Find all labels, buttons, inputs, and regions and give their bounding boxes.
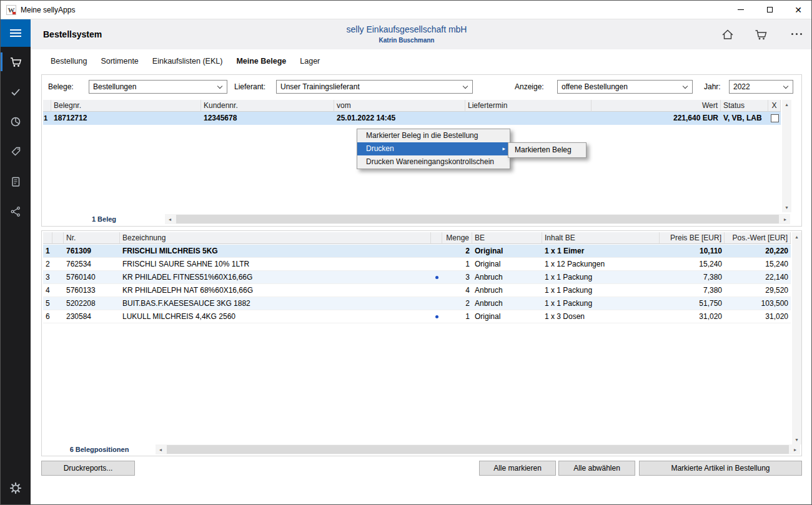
header-nr[interactable]: Nr. xyxy=(64,232,120,244)
header-x[interactable]: X xyxy=(768,100,781,112)
scroll-down-icon[interactable]: ▾ xyxy=(782,203,791,212)
position-row[interactable]: 4 5760133 KR PHILADELPH NAT 68%60X16,66G… xyxy=(43,284,791,297)
header-kundennr[interactable]: Kundennr. xyxy=(201,100,334,112)
scroll-up-icon[interactable]: ▴ xyxy=(782,100,791,109)
scrollbar-thumb[interactable] xyxy=(167,445,789,454)
positions-horizontal-scrollbar[interactable]: ◂ ▸ xyxy=(156,444,800,454)
tab-meine-belege[interactable]: Meine Belege xyxy=(229,49,293,73)
row-checkbox[interactable] xyxy=(771,114,779,122)
position-row[interactable]: 2 762534 FRISCHLI SAURE SAHNE 10% 1LTR 1… xyxy=(43,258,791,271)
druckreports-button[interactable]: Druckreports... xyxy=(41,461,135,476)
cell-inhalt: 1 x 1 Packung xyxy=(542,271,660,283)
menu-item-drucken[interactable]: Drucken ▸ xyxy=(357,142,510,155)
maximize-button[interactable] xyxy=(755,1,784,19)
cell-preis: 7,380 xyxy=(660,271,725,283)
header-liefertermin[interactable]: Liefertermin xyxy=(465,100,592,112)
header-status[interactable]: Status xyxy=(721,100,768,112)
cell-be: Anbruch xyxy=(472,297,542,310)
sidebar-item-bestellsystem[interactable] xyxy=(1,47,31,77)
documents-horizontal-scrollbar[interactable]: ◂ ▸ xyxy=(165,214,790,224)
lieferant-select-value: Unser Trainingslieferant xyxy=(280,82,360,91)
belege-select[interactable]: Bestellungen xyxy=(89,80,227,94)
position-row[interactable]: 1 761309 FRISCHLI MILCHREIS 5KG 2 Origin… xyxy=(43,245,791,258)
scroll-up-icon[interactable]: ▴ xyxy=(792,232,801,242)
position-row[interactable]: 3 5760140 KR PHILADEL FITNES51%60X16,66G… xyxy=(43,271,791,284)
header-poswert[interactable]: Pos.-Wert [EUR] xyxy=(725,232,791,244)
submenu-item-markierten-beleg[interactable]: Markierten Beleg xyxy=(508,143,586,157)
header-cart-icon[interactable] xyxy=(754,28,768,41)
cell-nr: 230584 xyxy=(64,310,120,323)
pie-chart-icon xyxy=(9,115,22,128)
cell-be: Original xyxy=(472,258,542,270)
sidebar-item-catalog[interactable] xyxy=(1,167,31,197)
cell-liefertermin xyxy=(465,112,592,125)
more-icon[interactable] xyxy=(791,33,802,35)
header-vom[interactable]: vom xyxy=(334,100,465,112)
menu-item-markierter-beleg[interactable]: Markierter Beleg in die Bestellung xyxy=(357,129,510,142)
header-wert[interactable]: Wert xyxy=(592,100,721,112)
scroll-left-icon[interactable]: ◂ xyxy=(156,444,166,454)
documents-vertical-scrollbar[interactable]: ▴ ▾ xyxy=(782,100,791,212)
alle-abwaehlen-button[interactable]: Alle abwählen xyxy=(558,461,635,476)
cell-preis: 51,750 xyxy=(660,297,725,310)
markierte-artikel-button[interactable]: Markierte Artikel in Bestellung xyxy=(639,461,802,476)
header-preis[interactable]: Preis BE [EUR] xyxy=(660,232,725,244)
menu-item-drucken-wareneingang[interactable]: Drucken Wareneingangskontrollschein xyxy=(357,155,510,169)
document-row[interactable]: 1 18712712 12345678 25.01.2022 14:45 221… xyxy=(43,112,781,125)
cell-marker xyxy=(431,297,442,310)
cell-marker xyxy=(431,258,442,270)
cell-preis: 7,380 xyxy=(660,284,725,297)
header-menge[interactable]: Menge xyxy=(442,232,472,244)
positions-vertical-scrollbar[interactable]: ▴ ▾ xyxy=(792,232,801,444)
cell-wert: 221,640 EUR xyxy=(592,112,721,125)
settings-button[interactable] xyxy=(1,476,31,501)
sidebar-item-statistics[interactable] xyxy=(1,107,31,137)
cell-poswert: 29,520 xyxy=(725,284,791,297)
cell-inhalt: 1 x 1 Packung xyxy=(542,297,660,310)
close-button[interactable]: ✕ xyxy=(784,1,812,19)
minimize-button[interactable] xyxy=(726,1,755,19)
position-row[interactable]: 5 5202208 BUIT.BAS.F.KAESESAUCE 3KG 1882… xyxy=(43,297,791,310)
sidebar-item-prices[interactable] xyxy=(1,137,31,167)
tab-einkaufslisten[interactable]: Einkaufslisten (EKL) xyxy=(146,49,230,73)
lieferant-select[interactable]: Unser Trainingslieferant xyxy=(276,80,473,94)
position-row[interactable]: 6 230584 LUKULL MILCHREIS 4,4KG 2560 1 O… xyxy=(43,310,791,323)
cell-menge: 1 xyxy=(442,310,472,323)
scrollbar-thumb[interactable] xyxy=(176,215,779,223)
chevron-down-icon xyxy=(463,84,468,89)
tab-lager[interactable]: Lager xyxy=(293,49,327,73)
chevron-down-icon xyxy=(217,84,222,89)
cell-poswert: 22,140 xyxy=(725,271,791,283)
cell-menge: 1 xyxy=(442,258,472,270)
cell-marker xyxy=(431,245,442,257)
sidebar-item-tasks[interactable] xyxy=(1,77,31,107)
hamburger-menu-button[interactable] xyxy=(1,19,31,47)
cell-inhalt: 1 x 1 Packung xyxy=(542,284,660,297)
anzeige-select[interactable]: offene Bestellungen xyxy=(557,80,693,94)
alle-markieren-button[interactable]: Alle markieren xyxy=(479,461,556,476)
scroll-right-icon[interactable]: ▸ xyxy=(780,214,790,224)
tab-bestellung[interactable]: Bestellung xyxy=(44,49,94,73)
tab-bar: Bestellung Sortimente Einkaufslisten (EK… xyxy=(31,49,812,73)
scroll-left-icon[interactable]: ◂ xyxy=(165,214,175,224)
header-be[interactable]: BE xyxy=(472,232,542,244)
cell-poswert: 15,240 xyxy=(725,258,791,270)
sidebar-item-share[interactable] xyxy=(1,197,31,227)
header-inhalt[interactable]: Inhalt BE xyxy=(542,232,660,244)
lieferant-label: Lieferant: xyxy=(234,80,265,94)
home-icon[interactable] xyxy=(721,28,735,41)
scroll-right-icon[interactable]: ▸ xyxy=(790,444,800,454)
context-menu: Markierter Beleg in die Bestellung Druck… xyxy=(357,129,510,169)
header-belegnr[interactable]: Belegnr. xyxy=(51,100,201,112)
cell-inhalt: 1 x 1 Eimer xyxy=(542,245,660,257)
cell-inhalt: 1 x 12 Packungen xyxy=(542,258,660,270)
scroll-down-icon[interactable]: ▾ xyxy=(792,435,801,444)
positions-table-header: Nr. Bezeichnung Menge BE Inhalt BE Preis… xyxy=(43,232,791,244)
jahr-select[interactable]: 2022 xyxy=(729,80,793,94)
cell-rownum: 1 xyxy=(43,112,51,125)
cell-bezeichnung: FRISCHLI MILCHREIS 5KG xyxy=(120,245,431,257)
cell-belegnr: 18712712 xyxy=(51,112,201,125)
tab-sortimente[interactable]: Sortimente xyxy=(94,49,145,73)
header-bezeichnung[interactable]: Bezeichnung xyxy=(120,232,431,244)
positions-rows: 1 761309 FRISCHLI MILCHREIS 5KG 2 Origin… xyxy=(43,245,791,323)
